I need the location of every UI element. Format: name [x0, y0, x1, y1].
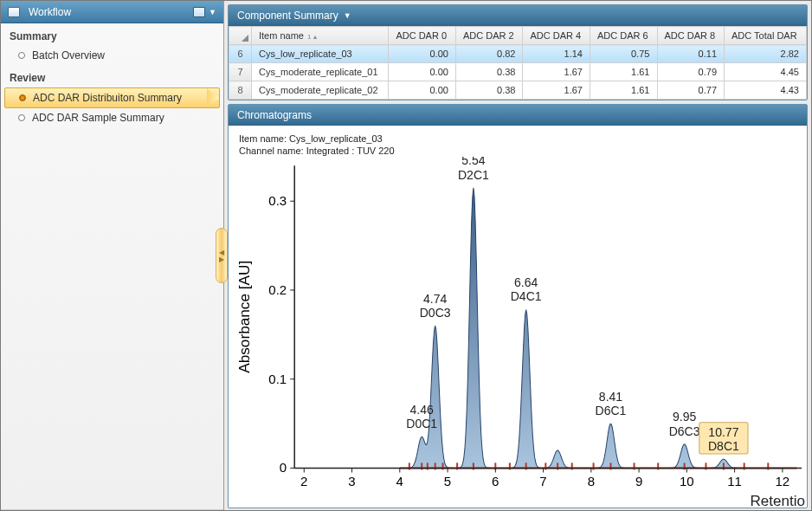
nav-item[interactable]: ADC DAR Sample Summary [4, 108, 220, 127]
channel-name-label: Channel name: [239, 146, 304, 156]
peak-rt-label: 4.46 [410, 403, 434, 417]
data-cell: 0.11 [657, 45, 725, 63]
nav-item[interactable]: ADC DAR Distribuiton Summary [4, 87, 220, 108]
nav-item-label: ADC DAR Distribuiton Summary [33, 92, 182, 104]
component-summary-panel: Component Summary ▼ Item name1 ▴ADC DAR … [228, 4, 808, 100]
y-axis-label: Absorbance [AU] [235, 261, 253, 373]
chromatogram-meta: Item name: Cys_low_replicate_03 Channel … [234, 131, 807, 157]
component-summary-table: Item name1 ▴ADC DAR 0ADC DAR 2ADC DAR 4A… [229, 26, 807, 100]
peak-name-label: D2C1 [458, 168, 489, 182]
x-tick-label: 9 [635, 474, 642, 488]
item-name-value: Cys_low_replicate_03 [289, 133, 383, 144]
section-header: Review [1, 65, 223, 87]
data-cell: 0.82 [455, 45, 523, 63]
section-header: Summary [1, 23, 223, 46]
sidebar-title: Workflow [29, 6, 71, 18]
peak-rt-label: 9.95 [673, 410, 696, 424]
data-cell: 1.67 [523, 63, 590, 81]
x-tick-label: 4 [396, 474, 403, 488]
peak-name-label: D4C1 [511, 289, 542, 303]
peak-rt-label: 5.54 [461, 157, 485, 167]
x-tick-label: 5 [444, 474, 451, 488]
column-header[interactable]: ADC DAR 0 [389, 27, 456, 45]
workflow-sidebar: Workflow ▼ SummaryBatch OverviewReviewAD… [1, 1, 224, 510]
peak-rt-label: 10.77 [708, 425, 738, 439]
chromatogram-chart[interactable]: 00.10.20.323456789101112Absorbance [AU]R… [234, 157, 807, 508]
main-area: Component Summary ▼ Item name1 ▴ADC DAR … [224, 1, 811, 510]
chevron-down-icon: ▼ [209, 8, 216, 16]
chromatograms-title: Chromatograms [237, 109, 312, 121]
pane-splitter[interactable]: ◀▶ [216, 228, 228, 283]
data-cell: 1.14 [523, 45, 590, 63]
row-number: 8 [229, 81, 252, 100]
column-header[interactable]: ADC DAR 4 [523, 27, 590, 45]
x-tick-label: 11 [727, 474, 742, 488]
x-tick-label: 12 [776, 474, 790, 488]
y-tick-label: 0 [280, 460, 287, 475]
column-header[interactable]: ADC DAR 6 [590, 27, 657, 45]
item-name-cell: Cys_moderate_replicate_02 [252, 81, 389, 100]
x-tick-label: 7 [539, 474, 546, 488]
component-summary-title: Component Summary [237, 10, 338, 22]
column-header[interactable]: ADC DAR 8 [657, 27, 725, 45]
y-tick-label: 0.2 [268, 282, 287, 297]
x-axis-label: Retentio [750, 492, 804, 508]
data-cell: 2.82 [725, 45, 807, 63]
x-tick-label: 8 [588, 474, 595, 488]
nav-item[interactable]: Batch Overview [4, 46, 220, 65]
bullet-icon [18, 52, 25, 59]
component-summary-table-wrap[interactable]: Item name1 ▴ADC DAR 0ADC DAR 2ADC DAR 4A… [229, 26, 807, 100]
dropdown-caret-icon: ▼ [344, 11, 351, 20]
table-corner[interactable] [229, 27, 252, 45]
data-cell: 1.61 [590, 81, 657, 100]
data-cell: 0.75 [590, 45, 657, 63]
data-cell: 4.43 [725, 81, 807, 100]
x-tick-label: 2 [300, 474, 307, 488]
peak-name-label: D8C1 [708, 439, 739, 453]
chromatograms-header: Chromatograms [229, 105, 807, 126]
peak-rt-label: 6.64 [514, 275, 538, 289]
bullet-icon [18, 114, 25, 121]
data-cell: 0.38 [455, 63, 523, 81]
table-row[interactable]: 8Cys_moderate_replicate_020.000.381.671.… [229, 81, 807, 100]
data-cell: 4.45 [725, 63, 807, 81]
data-cell: 1.61 [590, 63, 657, 81]
channel-name-value: Integrated : TUV 220 [306, 146, 395, 156]
chromatograms-panel: Chromatograms Item name: Cys_low_replica… [228, 104, 808, 508]
data-cell: 0.77 [657, 81, 725, 100]
sort-indicator-icon: 1 ▴ [307, 33, 317, 41]
peak-name-label: D6C1 [596, 404, 627, 417]
row-number: 7 [229, 63, 252, 81]
table-row[interactable]: 6Cys_low_replicate_030.000.821.140.750.1… [229, 45, 807, 63]
component-summary-header[interactable]: Component Summary ▼ [229, 5, 807, 26]
sidebar-body: SummaryBatch OverviewReviewADC DAR Distr… [1, 23, 223, 510]
item-name-label: Item name: [239, 133, 287, 144]
nav-item-label: ADC DAR Sample Summary [32, 112, 164, 124]
peak-rt-label: 8.41 [599, 390, 622, 404]
column-header[interactable]: Item name1 ▴ [252, 27, 389, 45]
item-name-cell: Cys_low_replicate_03 [252, 45, 389, 63]
x-tick-label: 3 [348, 474, 355, 488]
y-tick-label: 0.3 [268, 193, 287, 208]
sidebar-menu-button[interactable]: ▼ [193, 7, 216, 17]
table-row[interactable]: 7Cys_moderate_replicate_010.000.381.671.… [229, 63, 807, 81]
card-icon [193, 7, 205, 17]
row-number: 6 [229, 45, 252, 63]
peak-name-label: D0C3 [420, 306, 451, 320]
bullet-icon [19, 94, 26, 101]
data-cell: 0.00 [389, 45, 456, 63]
peak-name-label: D6C3 [669, 424, 700, 438]
x-tick-label: 6 [492, 474, 499, 488]
x-tick-label: 10 [680, 474, 694, 488]
column-header[interactable]: ADC Total DAR [725, 27, 807, 45]
data-cell: 0.00 [389, 81, 456, 100]
item-name-cell: Cys_moderate_replicate_01 [252, 63, 389, 81]
workflow-icon [8, 7, 20, 17]
nav-item-label: Batch Overview [32, 49, 105, 61]
peak-name-label: D0C1 [406, 417, 437, 430]
data-cell: 1.67 [523, 81, 590, 100]
column-header[interactable]: ADC DAR 2 [455, 27, 523, 45]
peak-rt-label: 4.74 [423, 292, 447, 306]
data-cell: 0.38 [455, 81, 523, 100]
y-tick-label: 0.1 [268, 372, 287, 386]
